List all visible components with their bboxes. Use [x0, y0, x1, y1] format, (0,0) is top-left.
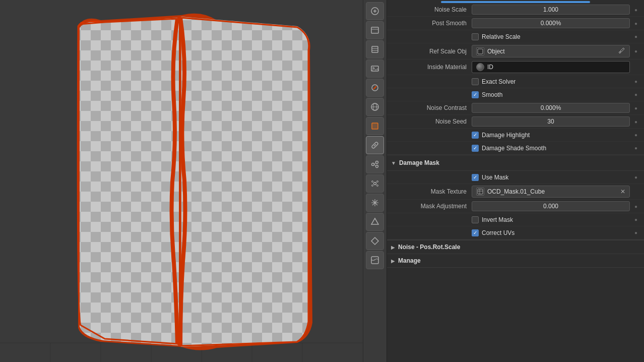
- svg-point-31: [376, 165, 378, 168]
- correct-uvs-content: Correct UVs: [472, 229, 630, 236]
- inside-material-field[interactable]: ID: [472, 61, 630, 73]
- ref-scale-row: Ref Scale Obj Object ●: [387, 43, 644, 59]
- svg-rect-41: [478, 49, 483, 54]
- noise-contrast-row: Noise Contrast 0.000% ●: [387, 101, 644, 115]
- mask-texture-field[interactable]: OCD_Mask.01_Cube ✕: [472, 186, 630, 198]
- correct-uvs-checkbox[interactable]: [472, 229, 479, 236]
- object-data-icon[interactable]: [366, 232, 384, 250]
- material-sphere-icon: [476, 63, 484, 71]
- noise-scale-row: Noise Scale 1.000 ●: [387, 3, 644, 17]
- mask-adjustment-dot[interactable]: ●: [632, 204, 640, 209]
- paint-icon[interactable]: [366, 79, 384, 97]
- use-mask-content: Use Mask: [472, 174, 630, 181]
- mask-texture-label: Mask Texture: [391, 188, 472, 195]
- material-icon[interactable]: [366, 251, 384, 269]
- mask-adjustment-row: Mask Adjustment 0.000 ●: [387, 200, 644, 213]
- svg-rect-43: [478, 189, 483, 194]
- modifier-icon[interactable]: [366, 117, 384, 135]
- physics-icon[interactable]: [366, 194, 384, 212]
- texture-icon: [476, 188, 484, 196]
- svg-marker-39: [371, 218, 378, 224]
- mask-adjustment-value[interactable]: 0.000: [472, 201, 630, 211]
- smooth-dot[interactable]: ●: [632, 92, 640, 97]
- world-icon[interactable]: [366, 98, 384, 116]
- damage-shade-smooth-label: Damage Shade Smooth: [482, 145, 546, 152]
- use-mask-row: Use Mask ●: [387, 171, 644, 184]
- noise-seed-dot[interactable]: ●: [632, 119, 640, 125]
- render-icon[interactable]: [366, 40, 384, 58]
- use-mask-dot[interactable]: ●: [632, 174, 640, 180]
- damage-shade-smooth-dot[interactable]: ●: [632, 145, 640, 151]
- wrench-icon[interactable]: [366, 136, 384, 154]
- noise-contrast-dot[interactable]: ●: [632, 105, 640, 111]
- right-panel: Noise Scale 1.000 ● Post Smooth 0.000% ●…: [387, 0, 644, 362]
- noise-seed-label: Noise Seed: [391, 118, 472, 125]
- exact-solver-dot[interactable]: ●: [632, 79, 640, 84]
- noise-pos-rot-scale-section[interactable]: ▶ Noise - Pos.Rot.Scale: [387, 239, 644, 254]
- ref-scale-field[interactable]: Object: [472, 45, 630, 57]
- manage-title: Manage: [398, 257, 421, 264]
- noise-contrast-value[interactable]: 0.000%: [472, 103, 630, 113]
- tools-icon[interactable]: [366, 2, 384, 20]
- damage-highlight-dot[interactable]: ●: [632, 132, 640, 138]
- damage-highlight-content: Damage Highlight: [472, 132, 630, 139]
- invert-mask-checkbox[interactable]: [472, 216, 479, 223]
- relative-scale-row: Relative Scale ●: [387, 30, 644, 43]
- svg-line-32: [374, 163, 376, 164]
- svg-point-30: [376, 161, 378, 164]
- damage-shade-smooth-checkbox[interactable]: [472, 145, 479, 152]
- svg-line-33: [374, 164, 376, 166]
- damage-shade-smooth-content: Damage Shade Smooth: [472, 145, 630, 152]
- correct-uvs-label: Correct UVs: [482, 229, 514, 236]
- particles-icon[interactable]: [366, 174, 384, 193]
- svg-rect-27: [372, 123, 378, 129]
- viewport-area[interactable]: ‹ ›: [0, 0, 363, 362]
- manage-arrow: ▶: [391, 258, 395, 264]
- exact-solver-checkbox[interactable]: [472, 78, 479, 85]
- smooth-content: Smooth: [472, 91, 630, 98]
- panel-content: Noise Scale 1.000 ● Post Smooth 0.000% ●…: [387, 0, 644, 268]
- manage-section[interactable]: ▶ Manage: [387, 254, 644, 268]
- viewport-canvas: [0, 0, 363, 362]
- eyedropper-icon[interactable]: [618, 47, 625, 55]
- toolbar-strip: [363, 0, 387, 362]
- image-icon[interactable]: [366, 59, 384, 78]
- exact-solver-content: Exact Solver: [472, 78, 630, 85]
- noise-pos-arrow: ▶: [391, 245, 395, 250]
- nodes-icon[interactable]: [366, 155, 384, 173]
- smooth-checkbox[interactable]: [472, 91, 479, 98]
- svg-point-35: [372, 181, 373, 183]
- post-smooth-value[interactable]: 0.000%: [472, 18, 630, 28]
- constraints-icon[interactable]: [366, 213, 384, 231]
- damage-shade-smooth-row: Damage Shade Smooth ●: [387, 142, 644, 155]
- invert-mask-dot[interactable]: ●: [632, 217, 640, 222]
- svg-rect-16: [371, 27, 378, 33]
- ref-scale-dot[interactable]: ●: [632, 48, 640, 54]
- noise-contrast-label: Noise Contrast: [391, 104, 472, 111]
- damage-highlight-checkbox[interactable]: [472, 132, 479, 139]
- svg-point-38: [377, 185, 378, 187]
- exact-solver-row: Exact Solver ●: [387, 75, 644, 88]
- damage-mask-section[interactable]: ▼ Damage Mask: [387, 155, 644, 171]
- noise-scale-dot[interactable]: ●: [632, 7, 640, 13]
- ref-scale-label: Ref Scale Obj: [391, 48, 472, 55]
- inside-material-label: Inside Material: [391, 64, 472, 71]
- noise-scale-label: Noise Scale: [391, 6, 472, 13]
- mask-texture-remove[interactable]: ✕: [620, 188, 625, 195]
- use-mask-label: Use Mask: [482, 174, 508, 181]
- ref-scale-icon: [476, 47, 484, 55]
- relative-scale-checkbox[interactable]: [472, 33, 479, 40]
- relative-scale-dot[interactable]: ●: [632, 34, 640, 39]
- post-smooth-row: Post Smooth 0.000% ●: [387, 17, 644, 30]
- noise-scale-value[interactable]: 1.000: [472, 5, 630, 15]
- scene-icon[interactable]: [366, 21, 384, 39]
- inside-material-row: Inside Material ID ●: [387, 59, 644, 75]
- noise-seed-value[interactable]: 30: [472, 116, 630, 127]
- smooth-row: Smooth ●: [387, 88, 644, 101]
- exact-solver-label: Exact Solver: [482, 78, 516, 85]
- use-mask-checkbox[interactable]: [472, 174, 479, 181]
- svg-point-37: [372, 185, 373, 187]
- post-smooth-dot[interactable]: ●: [632, 21, 640, 26]
- mask-texture-row: Mask Texture OCD_Mask.01_Cube ✕ ●: [387, 184, 644, 200]
- correct-uvs-dot[interactable]: ●: [632, 230, 640, 235]
